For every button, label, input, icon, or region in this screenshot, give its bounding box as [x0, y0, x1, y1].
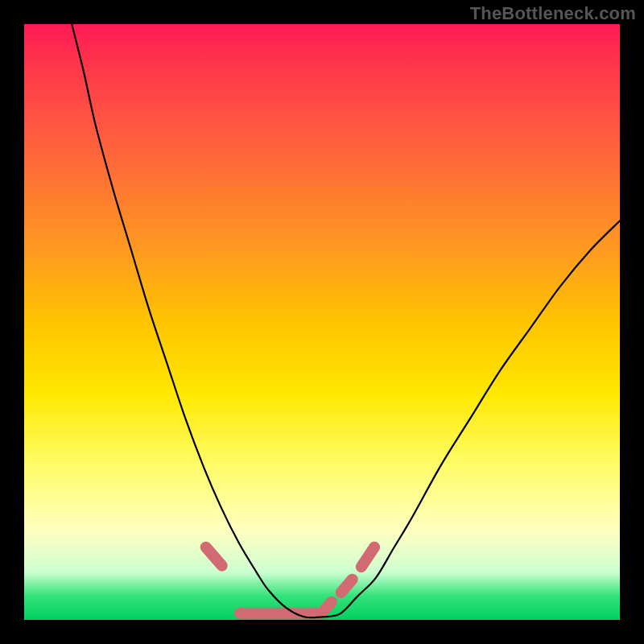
plot-area	[24, 24, 620, 620]
bottleneck-curve	[72, 24, 620, 617]
valley-right-2	[341, 580, 353, 592]
chart-svg	[24, 24, 620, 620]
valley-right-1	[325, 602, 331, 609]
valley-left	[206, 547, 222, 566]
watermark-text: TheBottleneck.com	[470, 3, 636, 24]
valley-right-3	[361, 547, 374, 567]
highlight-segments	[206, 547, 374, 613]
chart-frame: TheBottleneck.com	[0, 0, 644, 644]
